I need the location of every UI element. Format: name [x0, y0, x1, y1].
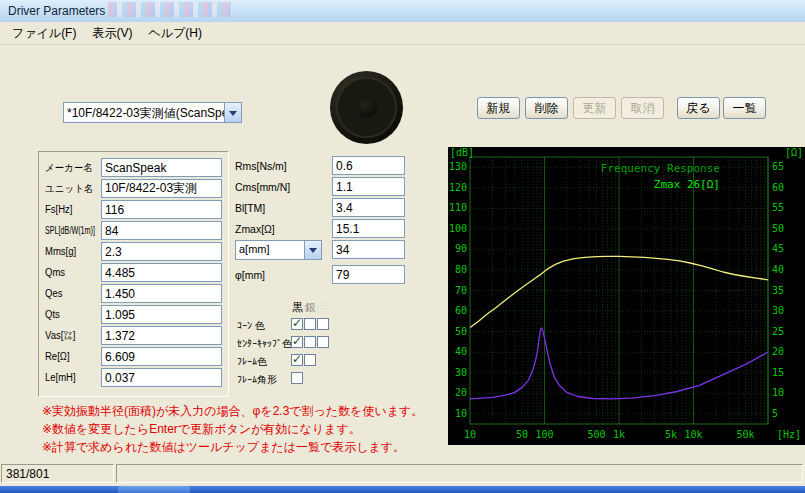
window-title: Driver Parameters	[8, 4, 105, 18]
field-row-rms: Rms[Ns/m]0.6	[235, 155, 405, 176]
qms-input[interactable]: 4.485	[101, 263, 222, 282]
frequency-response-chart: 1301201101009080706050403020106560555045…	[448, 147, 805, 445]
svg-text:35: 35	[772, 285, 784, 296]
frame-square-checkbox[interactable]	[291, 372, 303, 384]
cone-color-label: ｺｰﾝ 色	[237, 319, 265, 333]
cms-input[interactable]: 1.1	[332, 177, 405, 196]
svg-text:50: 50	[516, 429, 528, 440]
unit-name-input[interactable]: 10F/8422-03実測	[101, 179, 222, 198]
field-row-mms: Mms[g]2.3	[45, 241, 222, 262]
svg-text:25: 25	[772, 326, 784, 337]
radius-mode-value: a[mm]	[236, 241, 304, 259]
vas-label: Vas[㍑]	[45, 330, 97, 341]
svg-text:10: 10	[464, 429, 476, 440]
back-button[interactable]: 戻る	[677, 97, 720, 119]
field-row-spl: SPL[dB/W(1m)]84	[45, 220, 222, 241]
svg-text:30: 30	[772, 305, 784, 316]
svg-text:50k: 50k	[737, 429, 755, 440]
svg-text:80: 80	[455, 264, 467, 275]
status-record-count: 381/801	[1, 464, 114, 483]
radius-input[interactable]: 34	[332, 240, 405, 259]
centercap-black-checkbox[interactable]	[291, 336, 303, 348]
frame-black-checkbox[interactable]	[291, 354, 303, 366]
svg-text:15: 15	[772, 367, 784, 378]
driver-parameter-group: メーカー名ScanSpeak ユニット名10F/8422-03実測 Fs[Hz]…	[38, 151, 229, 397]
bl-input[interactable]: 3.4	[332, 198, 405, 217]
svg-text:60: 60	[455, 305, 467, 316]
titlebar-artifact	[108, 2, 232, 17]
svg-text:100: 100	[449, 223, 467, 234]
svg-text:Frequency Response: Frequency Response	[601, 162, 720, 175]
svg-text:40: 40	[455, 346, 467, 357]
spl-input[interactable]: 84	[101, 221, 222, 240]
mechanical-parameter-group: Rms[Ns/m]0.6 Cms[mm/N]1.1 Bl[TM]3.4 Zmax…	[235, 155, 405, 285]
qts-input[interactable]: 1.095	[101, 305, 222, 324]
mms-input[interactable]: 2.3	[101, 242, 222, 261]
svg-text:65: 65	[772, 161, 784, 172]
rms-input[interactable]: 0.6	[332, 156, 405, 175]
svg-text:5k: 5k	[665, 429, 677, 440]
status-cell-empty	[116, 464, 803, 483]
frame-color-row: ﾌﾚｰﾑ色	[235, 352, 405, 370]
chevron-down-icon[interactable]	[304, 241, 321, 259]
notes-block: ※実効振動半径(面積)が未入力の場合、φを2.3で割った数を使います。 ※数値を…	[42, 402, 446, 456]
bl-label: Bl[TM]	[235, 202, 322, 214]
svg-text:Zmax 26[Ω]: Zmax 26[Ω]	[654, 178, 720, 191]
centercap-silver-checkbox[interactable]	[304, 336, 316, 348]
svg-text:[Ω]: [Ω]	[785, 147, 803, 158]
zmax-input[interactable]: 15.1	[332, 219, 405, 238]
frame-color-label: ﾌﾚｰﾑ色	[237, 355, 267, 369]
qms-label: Qms	[45, 267, 97, 278]
centercap-color-row: ｾﾝﾀｰｷｬｯﾌﾟ色	[235, 334, 405, 352]
header-black: 黒	[291, 300, 304, 315]
new-button[interactable]: 新規	[477, 97, 520, 119]
delete-button[interactable]: 削除	[525, 97, 568, 119]
menu-view[interactable]: 表示(V)	[84, 22, 140, 45]
radius-mode-combobox[interactable]: a[mm]	[235, 240, 322, 260]
field-row-cms: Cms[mm/N]1.1	[235, 176, 405, 197]
driver-select-value: *10F/8422-03実測値(ScanSpe	[64, 103, 224, 122]
le-input[interactable]: 0.037	[101, 368, 222, 387]
list-button[interactable]: 一覧	[723, 97, 766, 119]
field-row-zmax: Zmax[Ω]15.1	[235, 218, 405, 239]
update-button: 更新	[573, 97, 616, 119]
field-row-qts: Qts1.095	[45, 304, 222, 325]
zmax-label: Zmax[Ω]	[235, 223, 322, 235]
qes-label: Qes	[45, 288, 97, 299]
field-row-qms: Qms4.485	[45, 262, 222, 283]
maker-name-label: メーカー名	[45, 161, 97, 175]
phi-input[interactable]: 79	[332, 265, 405, 284]
svg-text:[Hz]: [Hz]	[777, 429, 801, 440]
svg-text:5: 5	[772, 408, 778, 419]
header-silver: 銀	[304, 300, 317, 315]
menu-file[interactable]: ファイル(F)	[4, 22, 84, 45]
qes-input[interactable]: 1.450	[101, 284, 222, 303]
field-row-bl: Bl[TM]3.4	[235, 197, 405, 218]
svg-text:45: 45	[772, 243, 784, 254]
svg-text:10: 10	[455, 408, 467, 419]
chevron-down-icon[interactable]	[224, 103, 241, 122]
qts-label: Qts	[45, 309, 97, 320]
cone-silver-checkbox[interactable]	[304, 318, 316, 330]
centercap-white-checkbox[interactable]	[317, 336, 329, 348]
le-label: Le[mH]	[45, 372, 97, 383]
field-row-le: Le[mH]0.037	[45, 367, 222, 388]
driver-select-combobox[interactable]: *10F/8422-03実測値(ScanSpe	[63, 102, 242, 123]
centercap-color-label: ｾﾝﾀｰｷｬｯﾌﾟ色	[237, 337, 292, 351]
field-row-unit: ユニット名10F/8422-03実測	[45, 178, 222, 199]
frame-silver-checkbox[interactable]	[304, 354, 316, 366]
svg-text:[dB]: [dB]	[450, 147, 474, 158]
field-row-re: Re[Ω]6.609	[45, 346, 222, 367]
cone-black-checkbox[interactable]	[291, 318, 303, 330]
cone-white-checkbox[interactable]	[317, 318, 329, 330]
maker-name-input[interactable]: ScanSpeak	[101, 158, 222, 177]
taskbar-button[interactable]	[118, 486, 190, 493]
cancel-button: 取消	[621, 97, 664, 119]
mms-label: Mms[g]	[45, 246, 97, 257]
field-row-maker: メーカー名ScanSpeak	[45, 157, 222, 178]
menu-help[interactable]: ヘルプ(H)	[140, 22, 210, 45]
re-input[interactable]: 6.609	[101, 347, 222, 366]
fs-input[interactable]: 116	[101, 200, 222, 219]
svg-text:10k: 10k	[684, 429, 702, 440]
vas-input[interactable]: 1.372	[101, 326, 222, 345]
